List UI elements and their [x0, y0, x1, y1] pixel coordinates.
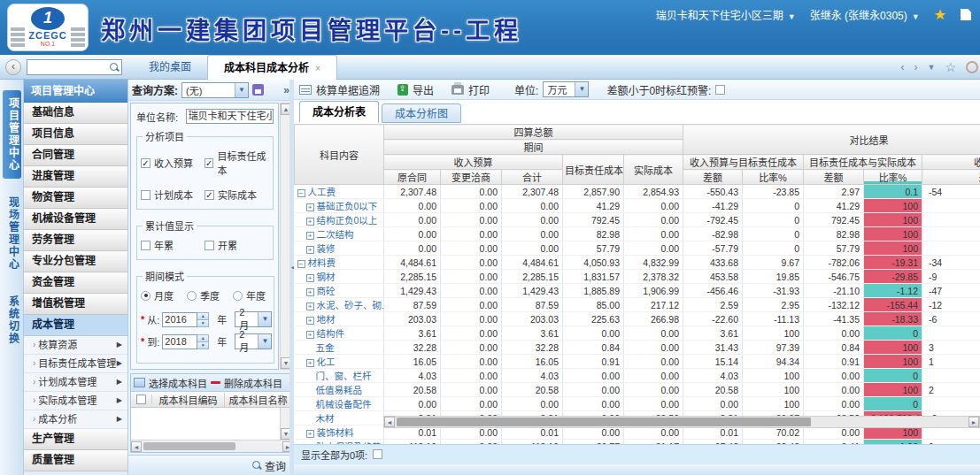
from-year-input[interactable]: 2016: [162, 312, 197, 327]
period-radio[interactable]: 月度: [141, 288, 187, 303]
sidebar-item[interactable]: 增值税管理: [24, 294, 127, 315]
spinner-up-icon[interactable]: ▲: [197, 335, 208, 341]
header-diff-2[interactable]: 差额: [804, 170, 864, 185]
subject-name-link[interactable]: 化工: [317, 356, 336, 367]
to-year-spinner[interactable]: ▲▼: [197, 334, 209, 349]
subject-name-link[interactable]: 结构正负0以上: [317, 215, 378, 226]
header-sum[interactable]: 合计: [502, 170, 563, 185]
sidebar-item[interactable]: 资金管理: [24, 272, 127, 294]
cumulative-checkbox-box[interactable]: [204, 241, 214, 250]
expand-icon[interactable]: +: [306, 359, 314, 367]
subject-name-link[interactable]: 机械设备配件: [316, 399, 372, 410]
sidebar-subitem[interactable]: ›实际成本管理▶: [24, 392, 127, 410]
header-diff-1[interactable]: 差额: [683, 170, 743, 185]
rail-item[interactable]: 现场管理中心: [3, 189, 21, 278]
sidebar-item[interactable]: 专业分包管理: [24, 251, 127, 272]
unit-select[interactable]: 万元 ▼: [543, 81, 589, 97]
chevron-down-icon[interactable]: ▼: [258, 312, 271, 326]
header-target-cost[interactable]: 目标责任成本: [563, 155, 624, 185]
analysis-checkbox[interactable]: ✓收入预算: [141, 149, 204, 177]
menu-search-box[interactable]: [27, 59, 122, 75]
expand-icon[interactable]: +: [306, 232, 314, 240]
from-month-select[interactable]: 2月 ▼: [235, 311, 272, 327]
tab-cost-analysis-table[interactable]: 成本分析表: [299, 101, 379, 123]
expand-icon[interactable]: +: [306, 218, 314, 226]
table-horizontal-scrollbar[interactable]: ◄ ►: [383, 416, 980, 428]
subject-name-link[interactable]: 装修: [317, 243, 336, 254]
analysis-checkbox[interactable]: ✓实际成本: [204, 188, 271, 202]
chevron-down-icon[interactable]: ▼: [575, 82, 588, 96]
tab-cost-analysis-chart[interactable]: 成本分析图: [382, 103, 461, 123]
subject-name-link[interactable]: 低值易耗品: [316, 385, 363, 395]
tab-cost-analysis[interactable]: 成本科目成本分析×: [207, 55, 337, 80]
back-button[interactable]: ‹: [5, 59, 21, 75]
favorites-star-icon[interactable]: ★: [934, 8, 946, 22]
analysis-checkbox[interactable]: 计划成本: [141, 188, 204, 202]
subject-name-link[interactable]: 木材: [316, 413, 335, 424]
period-radio-circle[interactable]: [187, 291, 197, 301]
scheme-select[interactable]: (无) ▼: [181, 82, 249, 98]
sidebar-item[interactable]: 进度管理: [24, 166, 127, 188]
select-subject-icon[interactable]: [134, 378, 145, 387]
expand-icon[interactable]: +: [306, 203, 314, 211]
scroll-left-icon[interactable]: ◄: [384, 417, 395, 427]
tab-list-dropdown-icon[interactable]: ▼: [928, 63, 936, 72]
subject-name-link[interactable]: 商砼: [317, 286, 336, 296]
analysis-checkbox-box[interactable]: ✓: [204, 190, 214, 200]
subject-name-link[interactable]: 结构件: [317, 328, 345, 339]
header-original-contract[interactable]: 原合同: [384, 170, 441, 185]
analysis-checkbox-box[interactable]: ✓: [141, 158, 150, 168]
sidebar-subitem[interactable]: ›目标责任成本管理▶: [24, 355, 127, 373]
spinner-down-icon[interactable]: ▼: [197, 341, 208, 349]
header-actual-cost[interactable]: 实际成本: [624, 155, 683, 185]
subject-name-link[interactable]: 水泥、砂子、砌...: [317, 300, 384, 310]
menu-search-input[interactable]: [27, 62, 105, 76]
subject-name-link[interactable]: 人工费: [308, 187, 336, 197]
subject-name-link[interactable]: 地材: [317, 314, 336, 325]
save-scheme-icon[interactable]: [252, 84, 264, 96]
tab-my-desktop[interactable]: 我的桌面: [133, 55, 207, 80]
expand-icon[interactable]: +: [306, 288, 314, 296]
chevron-down-icon[interactable]: ▼: [235, 83, 248, 97]
subject-name-link[interactable]: 二次结构: [317, 229, 354, 240]
query-button[interactable]: 查询: [265, 458, 286, 473]
sidebar-item[interactable]: 机械设备管理: [24, 209, 127, 230]
show-zero-checkbox[interactable]: [373, 449, 382, 459]
period-radio-circle[interactable]: [233, 291, 243, 301]
expand-icon[interactable]: +: [306, 274, 314, 282]
scroll-tabs-left-icon[interactable]: ‹: [901, 61, 905, 73]
period-radio[interactable]: 季度: [187, 288, 233, 303]
rail-item[interactable]: 系统切换: [3, 288, 21, 352]
subject-name-link[interactable]: 钢材: [317, 272, 336, 282]
subject-horizontal-scrollbar[interactable]: ◄ ►: [131, 440, 293, 452]
analysis-checkbox-box[interactable]: ✓: [204, 158, 213, 168]
scroll-tabs-right-icon[interactable]: ›: [914, 61, 918, 73]
expand-icon[interactable]: +: [306, 331, 314, 339]
period-radio-circle[interactable]: [141, 291, 150, 301]
close-icon[interactable]: ×: [315, 64, 320, 73]
warn-checkbox[interactable]: [715, 85, 725, 95]
sidebar-subitem[interactable]: ›核算资源▶: [24, 336, 127, 355]
cumulative-checkbox-box[interactable]: [141, 241, 150, 250]
scrollbar-thumb[interactable]: [143, 442, 235, 450]
search-icon[interactable]: [109, 62, 120, 73]
header-change-negotiation[interactable]: 变更洽商: [441, 170, 502, 185]
sidebar-item[interactable]: 基础信息: [24, 103, 127, 124]
sidebar-item[interactable]: 项目信息: [24, 124, 127, 145]
sidebar-item[interactable]: 合同管理: [24, 145, 127, 166]
chevron-down-icon[interactable]: ▼: [258, 334, 271, 349]
header-ratio-2[interactable]: 比率%: [864, 170, 922, 185]
header-diff-3[interactable]: 差额: [922, 170, 980, 185]
collapse-icon[interactable]: −: [297, 260, 305, 268]
analysis-checkbox-box[interactable]: [141, 190, 150, 200]
help-icon[interactable]: [966, 61, 978, 73]
sidebar-item[interactable]: 生产管理: [24, 429, 127, 450]
subject-name-link[interactable]: 装饰材料: [317, 427, 354, 438]
more-options-icon[interactable]: »: [283, 84, 289, 96]
cumulative-checkbox[interactable]: 年累: [141, 238, 204, 252]
delete-subject-button[interactable]: 删除成本科目: [224, 376, 282, 390]
spinner-up-icon[interactable]: ▲: [197, 313, 208, 319]
sidebar-item[interactable]: 物资管理: [24, 188, 127, 209]
subject-name-link[interactable]: 门、窗、栏杆: [316, 371, 372, 381]
scroll-right-icon[interactable]: ►: [968, 417, 979, 427]
